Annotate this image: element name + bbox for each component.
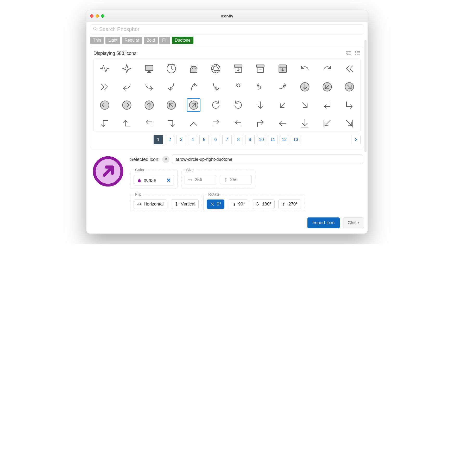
grid-icon-undo[interactable] [298, 62, 312, 75]
grid-icon-circle-right[interactable] [120, 98, 134, 112]
minimize-window-icon[interactable] [96, 14, 99, 18]
size-fieldset: Size [181, 168, 255, 189]
style-tab-regular[interactable]: Regular [122, 37, 142, 44]
grid-icon-elbow-down-left[interactable] [320, 98, 334, 112]
style-tab-bold[interactable]: Bold [144, 37, 158, 44]
grid-icon-activity[interactable] [98, 62, 111, 75]
grid-icon-archive-box[interactable] [276, 62, 289, 75]
clear-color-icon[interactable]: ✕ [166, 177, 171, 183]
page-5[interactable]: 5 [199, 135, 209, 144]
style-tab-thin[interactable]: Thin [90, 37, 104, 44]
grid-icon-circle-up-right[interactable] [187, 98, 200, 112]
svg-rect-25 [234, 65, 242, 67]
grid-icon-double-left[interactable] [343, 62, 356, 75]
flip-horizontal-button[interactable]: Horizontal [134, 200, 167, 209]
grid-icon-redo[interactable] [320, 62, 334, 75]
view-list-check-icon[interactable] [345, 50, 351, 57]
page-9[interactable]: 9 [245, 135, 255, 144]
search-field[interactable] [90, 24, 364, 34]
window-title: Iconify [221, 14, 233, 18]
page-1[interactable]: 1 [154, 135, 163, 144]
grid-icon-line-down-left[interactable] [320, 117, 334, 130]
svg-line-1 [96, 29, 97, 31]
grid-icon-circle-down[interactable] [298, 80, 312, 94]
style-tab-duotone[interactable]: Duotone [172, 37, 193, 44]
page-11[interactable]: 11 [268, 135, 278, 144]
grid-icon-circle-down-right[interactable] [343, 80, 356, 94]
page-next-button[interactable] [351, 135, 361, 144]
grid-icon-bend-down[interactable] [209, 80, 223, 94]
page-4[interactable]: 4 [188, 135, 197, 144]
scrollbar[interactable] [364, 40, 367, 152]
close-button[interactable]: Close [343, 217, 364, 228]
grid-icon-elbow-right-down[interactable] [165, 117, 178, 130]
grid-icon-rotate-ccw[interactable] [231, 98, 245, 112]
grid-icon-bend-left[interactable] [120, 80, 134, 94]
grid-icon-aperture[interactable] [209, 62, 223, 75]
page-8[interactable]: 8 [234, 135, 243, 144]
view-list-icon[interactable] [355, 50, 361, 57]
grid-icon-corner-up-left[interactable] [231, 117, 245, 130]
flip-vertical-button[interactable]: Vertical [171, 200, 199, 209]
grid-icon-double-right[interactable] [98, 80, 111, 94]
color-fieldset: Color purple ✕ [130, 168, 178, 189]
grid-icon-clock[interactable] [165, 62, 178, 75]
grid-icon-circle-up-left[interactable] [165, 98, 178, 112]
page-10[interactable]: 10 [257, 135, 266, 144]
grid-icon-u-left[interactable] [254, 80, 267, 94]
grid-icon-archive[interactable] [254, 62, 267, 75]
page-13[interactable]: 13 [291, 135, 300, 144]
height-input-wrap[interactable] [220, 175, 252, 184]
style-tab-fill[interactable]: Fill [159, 37, 170, 44]
grid-icon-corner-up-right[interactable] [254, 117, 267, 130]
rotate-0deg[interactable]: 0° [207, 200, 224, 209]
style-tab-light[interactable]: Light [105, 37, 120, 44]
grid-icon-u-right[interactable] [276, 80, 289, 94]
grid-icon-circle-left[interactable] [98, 98, 111, 112]
grid-icon-elbow-left-down[interactable] [98, 117, 111, 130]
grid-icon-airplane[interactable] [120, 62, 134, 75]
grid-icon-line-down-right[interactable] [343, 117, 356, 130]
import-button[interactable]: Import Icon [307, 217, 339, 228]
zoom-window-icon[interactable] [101, 14, 104, 18]
close-window-icon[interactable] [90, 14, 93, 18]
grid-icon-archive-down[interactable] [231, 62, 245, 75]
grid-icon-circle-up[interactable] [142, 98, 156, 112]
grid-icon-line-down[interactable] [298, 117, 312, 130]
grid-icon-rotate-cw[interactable] [209, 98, 223, 112]
rotate-90deg[interactable]: 90° [228, 200, 248, 209]
selected-label: Selected icon: [130, 157, 160, 162]
width-input[interactable] [195, 177, 213, 182]
page-12[interactable]: 12 [280, 135, 289, 144]
grid-icon-android[interactable] [187, 62, 200, 75]
grid-icon-down-right[interactable] [298, 98, 312, 112]
grid-icon-bend-up[interactable] [187, 80, 200, 94]
grid-icon-airplay[interactable] [142, 62, 156, 75]
grid-icon-down[interactable] [254, 98, 267, 112]
grid-icon-elbow-up-left[interactable] [142, 117, 156, 130]
color-chip[interactable]: purple ✕ [134, 175, 174, 185]
window-controls [90, 14, 104, 18]
svg-rect-11 [145, 65, 153, 70]
selected-name-input[interactable] [172, 155, 363, 164]
grid-icon-down-left[interactable] [276, 98, 289, 112]
grid-icon-elbow-up[interactable] [187, 117, 200, 130]
search-input[interactable] [99, 26, 361, 32]
page-6[interactable]: 6 [211, 135, 220, 144]
height-input[interactable] [230, 177, 248, 182]
svg-line-68 [325, 120, 331, 126]
grid-icon-elbow-left-up[interactable] [120, 117, 134, 130]
page-7[interactable]: 7 [222, 135, 232, 144]
page-3[interactable]: 3 [176, 135, 186, 144]
grid-icon-elbow-up-right[interactable] [209, 117, 223, 130]
rotate-180deg[interactable]: 180° [252, 200, 275, 209]
grid-icon-u-up[interactable] [231, 80, 245, 94]
grid-icon-circle-down-left[interactable] [320, 80, 334, 94]
grid-icon-elbow-down-right[interactable] [343, 98, 356, 112]
rotate-270deg[interactable]: 270° [278, 200, 301, 209]
grid-icon-bend-down-left[interactable] [165, 80, 178, 94]
grid-icon-bend-right[interactable] [142, 80, 156, 94]
width-input-wrap[interactable] [185, 175, 216, 184]
page-2[interactable]: 2 [165, 135, 174, 144]
grid-icon-left[interactable] [276, 117, 289, 130]
